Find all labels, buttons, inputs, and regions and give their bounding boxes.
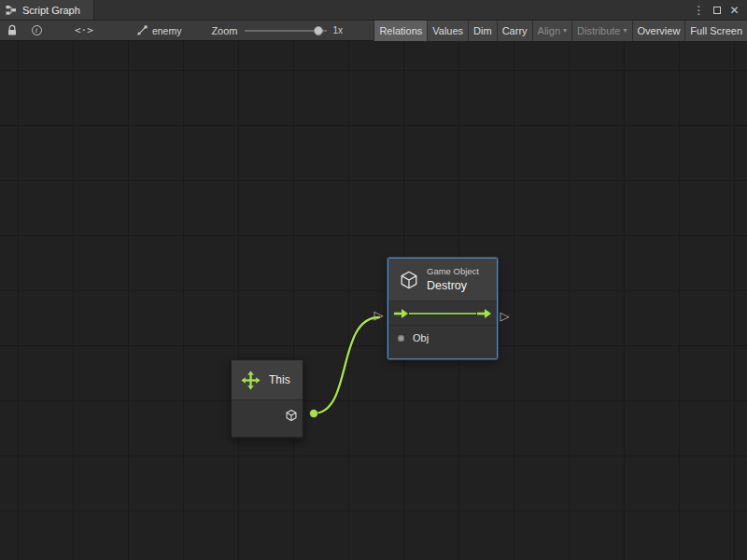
flow-arrow-icon bbox=[394, 308, 408, 318]
node-destroy-title: Destroy bbox=[427, 278, 479, 293]
toolbar-button-dim[interactable]: Dim bbox=[468, 21, 497, 41]
flow-arrow-icon bbox=[477, 308, 491, 318]
node-destroy-flow-row bbox=[388, 301, 497, 326]
node-destroy[interactable]: Game Object Destroy bbox=[388, 258, 498, 359]
relation-line bbox=[409, 313, 476, 315]
toolbar-button-align[interactable]: Align ▾ bbox=[532, 21, 571, 41]
node-destroy-obj-row: Obj bbox=[388, 326, 497, 350]
node-destroy-footer bbox=[388, 350, 497, 358]
flow-output-port[interactable] bbox=[477, 308, 491, 318]
dropdown-arrow-icon: ▾ bbox=[563, 26, 567, 35]
graph-icon bbox=[6, 0, 17, 21]
cube-icon bbox=[285, 409, 298, 422]
obj-input-port[interactable] bbox=[398, 335, 404, 342]
toolbar-button-overview[interactable]: Overview bbox=[632, 21, 685, 41]
unity-script-graph-window: Script Graph ⋮ ✕ i <·> bbox=[0, 0, 747, 560]
tab-title: Script Graph bbox=[22, 5, 80, 16]
lock-icon[interactable] bbox=[6, 21, 19, 41]
graph-pointer-icon bbox=[136, 25, 148, 36]
window-tab-bar: Script Graph ⋮ ✕ bbox=[0, 0, 747, 21]
graph-toolbar: i <·> enemy Zoom 1x Relations Values Dim… bbox=[0, 21, 747, 41]
toolbar-button-fullscreen[interactable]: Full Screen bbox=[684, 21, 747, 41]
angle-brackets-icon[interactable]: <·> bbox=[75, 24, 93, 36]
node-this-body bbox=[232, 400, 303, 437]
zoom-value: 1x bbox=[333, 25, 344, 35]
info-icon[interactable]: i bbox=[30, 21, 43, 41]
zoom-slider[interactable] bbox=[245, 21, 327, 41]
node-this[interactable]: This bbox=[231, 359, 303, 439]
node-destroy-titles: Game Object Destroy bbox=[427, 266, 479, 293]
cube-icon bbox=[399, 270, 419, 290]
move-arrows-icon bbox=[241, 371, 261, 390]
control-output-port-triangle[interactable]: ▷ bbox=[499, 310, 511, 322]
toolbar-button-distribute[interactable]: Distribute ▾ bbox=[571, 21, 631, 41]
connection-wire[interactable] bbox=[314, 317, 379, 413]
maximize-icon bbox=[713, 7, 721, 14]
window-controls: ⋮ ✕ bbox=[691, 0, 747, 20]
node-this-header: This bbox=[232, 360, 303, 400]
obj-input-label: Obj bbox=[413, 332, 429, 343]
graph-canvas[interactable]: This Game Object Dest bbox=[0, 41, 747, 560]
this-output-port-dot[interactable] bbox=[310, 410, 318, 418]
tab-script-graph[interactable]: Script Graph bbox=[0, 0, 94, 20]
toolbar-button-group: Relations Values Dim Carry Align ▾ Distr… bbox=[374, 21, 747, 41]
maximize-button[interactable] bbox=[709, 2, 725, 18]
connection-layer bbox=[0, 41, 747, 560]
window-menu-button[interactable]: ⋮ bbox=[691, 2, 707, 18]
node-destroy-category: Game Object bbox=[427, 266, 479, 277]
flow-input-port[interactable] bbox=[394, 308, 408, 318]
close-button[interactable]: ✕ bbox=[726, 2, 742, 18]
control-input-port-triangle[interactable]: ▷ bbox=[373, 309, 385, 321]
toolbar-button-carry[interactable]: Carry bbox=[497, 21, 532, 41]
toolbar-button-values[interactable]: Values bbox=[427, 21, 468, 41]
tab-bar-spacer bbox=[94, 0, 691, 20]
graph-pointer-label: enemy bbox=[152, 25, 182, 36]
graph-breadcrumb[interactable]: enemy bbox=[136, 25, 182, 36]
connection-wire-shadow bbox=[314, 317, 379, 413]
zoom-slider-handle[interactable] bbox=[314, 26, 323, 35]
zoom-label: Zoom bbox=[211, 25, 237, 36]
node-this-title: This bbox=[269, 373, 290, 386]
node-destroy-header: Game Object Destroy bbox=[388, 259, 497, 301]
toolbar-button-relations[interactable]: Relations bbox=[374, 21, 427, 41]
gameobject-output-port[interactable] bbox=[285, 409, 298, 426]
dropdown-arrow-icon: ▾ bbox=[624, 26, 627, 35]
